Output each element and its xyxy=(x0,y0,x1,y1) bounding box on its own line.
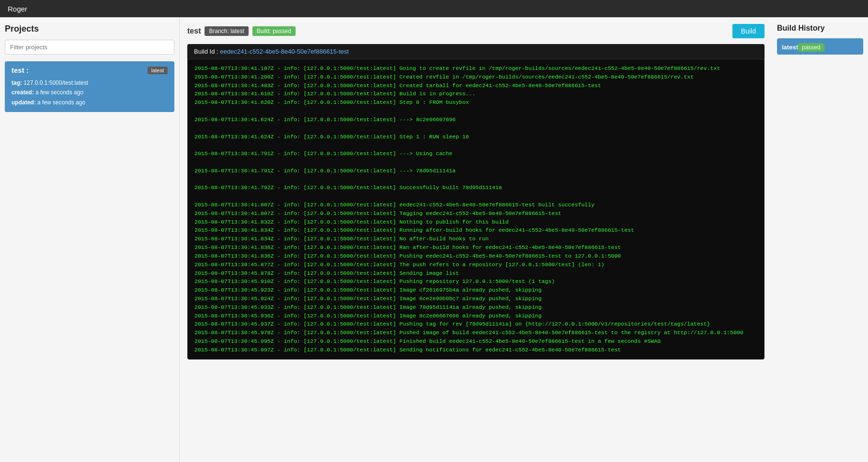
build-id-label: Build Id xyxy=(194,48,215,55)
build-status-badge: Build: passed xyxy=(252,26,296,36)
build-button[interactable]: Build xyxy=(732,24,765,38)
terminal-output: 2015-08-07T13:30:41.187Z - info: [127.0.… xyxy=(187,59,765,360)
project-card-header: test : latest xyxy=(11,66,168,74)
filter-projects-input[interactable] xyxy=(5,40,174,55)
build-title: test xyxy=(187,27,201,35)
history-item-status: passed xyxy=(798,43,824,52)
history-item[interactable]: latestpassed xyxy=(777,38,863,55)
project-updated: updated: a few seconds ago xyxy=(11,98,168,107)
build-id-bar: Build Id : eedec241-c552-4be5-8e40-50e7e… xyxy=(187,44,765,59)
app-title: Roger xyxy=(8,5,27,13)
project-badge: latest xyxy=(148,67,168,74)
project-meta: tag: 127.0.0.1:5000/test:latest created:… xyxy=(11,78,168,107)
layout: Projects test : latest tag: 127.0.0.1:50… xyxy=(0,17,868,462)
build-header: test Branch: latest Build: passed Build xyxy=(187,24,765,38)
branch-badge: Branch: latest xyxy=(205,26,248,36)
project-created: created: a few seconds ago xyxy=(11,88,168,97)
build-history-panel: Build History latestpassed xyxy=(772,17,868,462)
history-title: Build History xyxy=(777,24,863,33)
history-items: latestpassed xyxy=(777,38,863,55)
project-name: test : xyxy=(11,66,29,74)
project-tag: tag: 127.0.0.1:5000/test:latest xyxy=(11,78,168,88)
topnav: Roger xyxy=(0,0,868,17)
sidebar: Projects test : latest tag: 127.0.0.1:50… xyxy=(0,17,180,462)
project-card[interactable]: test : latest tag: 127.0.0.1:5000/test:l… xyxy=(5,61,174,112)
build-id-value: eedec241-c552-4be5-8e40-50e7ef886615-tes… xyxy=(220,48,349,55)
main-content: test Branch: latest Build: passed Build … xyxy=(180,17,772,462)
terminal-container: Build Id : eedec241-c552-4be5-8e40-50e7e… xyxy=(187,44,765,360)
projects-title: Projects xyxy=(5,24,174,34)
